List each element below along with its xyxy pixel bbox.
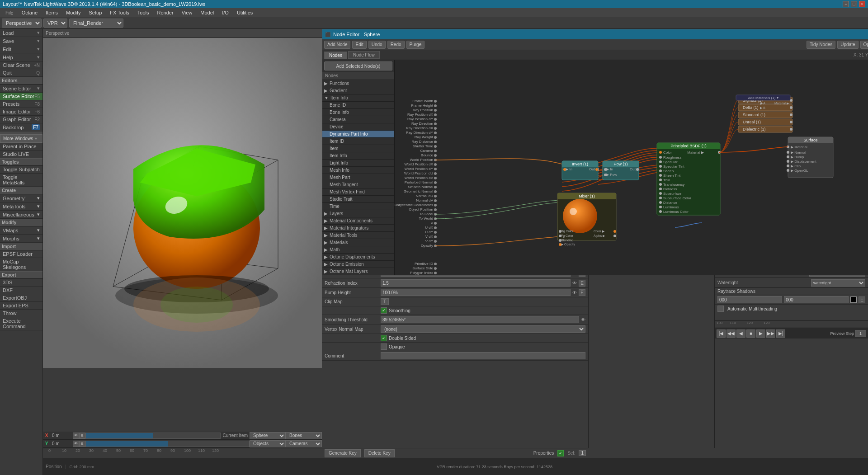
node-item-mesh-part[interactable]: Mesh Part [322, 174, 394, 181]
render-select[interactable]: Final_Render [69, 19, 123, 28]
left-item-parent-in-place[interactable]: Parent in Place [0, 143, 42, 150]
e-shadow[interactable]: E [859, 296, 865, 303]
menu-item-render[interactable]: Render [154, 9, 177, 16]
close-button[interactable]: × [859, 1, 865, 7]
x-e-btn[interactable]: E [79, 433, 85, 439]
left-item-clear-scene[interactable]: Clear Scene +N [0, 61, 42, 69]
left-item-geometry[interactable]: Geometry' ▾ [0, 194, 42, 202]
node-item-studio[interactable]: Studio Trait [322, 196, 394, 203]
auto-multithread-checkbox[interactable] [717, 306, 724, 312]
node-canvas[interactable]: Frame Width Frame Height Ray Position Ra… [395, 60, 868, 275]
menu-item-tools[interactable]: Tools [134, 9, 153, 16]
prop-comment[interactable] [381, 352, 585, 359]
viewport-mode-select[interactable]: Perspective [2, 19, 42, 28]
double-sided-checkbox[interactable]: ✓ [381, 335, 387, 341]
node-item-dynamics[interactable]: Dynamics Part Info [322, 131, 394, 138]
left-item-export-eps[interactable]: Export EPS [0, 302, 42, 310]
menu-item-fx tools[interactable]: FX Tools [106, 9, 133, 16]
watertight-select[interactable]: watertight [811, 279, 865, 287]
go-end-button[interactable]: ▶| [776, 329, 785, 338]
left-item-backdrop[interactable]: Backdrop F7 [0, 123, 42, 132]
tidy-nodes-button[interactable]: Tidy Nodes [807, 41, 835, 49]
left-item-3ds[interactable]: 3DS [0, 279, 42, 287]
node-item-mesh-tangent[interactable]: Mesh Tangent [322, 181, 394, 188]
update-button[interactable]: Update [837, 41, 858, 49]
menu-item-file[interactable]: File [2, 9, 17, 16]
bones-select[interactable]: Bones [286, 432, 322, 439]
viewport-canvas[interactable] [43, 38, 322, 368]
left-item-scene-editor[interactable]: Scene Editor ▾ [0, 85, 42, 93]
x-eye-btn[interactable]: 👁 [73, 433, 79, 439]
node-group-materials[interactable]: ▶Materials [322, 239, 394, 246]
next-frame-button[interactable]: ▶▶ [766, 329, 775, 338]
node-group-octane-mat-layers[interactable]: ▶Octane Mat Layers [322, 268, 394, 275]
node-group-material-tools[interactable]: ▶Material Tools [322, 232, 394, 239]
e-button-2[interactable]: E [579, 280, 585, 287]
left-item-morphs[interactable]: Morphs ▾ [0, 235, 42, 243]
left-item-mocap[interactable]: MoCap Skelegons [0, 258, 42, 271]
left-item-metatools[interactable]: MetaTools ▾ [0, 202, 42, 211]
left-item-throw[interactable]: Throw [0, 310, 42, 317]
node-item-time[interactable]: Time [322, 203, 394, 210]
node-group-octane-emission[interactable]: ▶Octane Emission [322, 261, 394, 268]
node-group-material-components[interactable]: ▶Material Components [322, 217, 394, 225]
left-item-studio-live[interactable]: Studio LIVE [0, 150, 42, 158]
y-eye-btn[interactable]: 👁 [73, 441, 79, 447]
left-item-quit[interactable]: Quit +Q [0, 69, 42, 77]
eye-icon-5[interactable]: 👁 [581, 317, 585, 322]
objects-select[interactable]: Objects [250, 440, 286, 447]
menu-item-modify[interactable]: Modify [62, 9, 84, 16]
left-item-surface-editor[interactable]: Surface Editor F5 [0, 93, 42, 100]
node-item-camera[interactable]: Camera [322, 116, 394, 123]
menu-item-view[interactable]: View [178, 9, 196, 16]
left-item-epsf[interactable]: EPSF Loader [0, 250, 42, 258]
options-button[interactable]: Options [860, 41, 868, 49]
prev-frame-button[interactable]: ◀◀ [726, 329, 736, 338]
node-group-layers[interactable]: ▶Layers [322, 210, 394, 217]
node-item-mesh-info[interactable]: Mesh Info [322, 167, 394, 174]
left-item-presets[interactable]: Presets F8 [0, 100, 42, 108]
menu-item-items[interactable]: Items [42, 9, 61, 16]
prop-bump[interactable] [381, 289, 571, 296]
opaque-checkbox[interactable] [381, 343, 387, 350]
eye-icon-3[interactable]: 👁 [572, 281, 577, 286]
vpr-select[interactable]: VPR [43, 19, 67, 28]
undo-button[interactable]: Undo [368, 41, 386, 49]
stop-button[interactable]: ■ [746, 329, 755, 338]
add-selected-button[interactable]: Add Selected Node(s) [324, 61, 392, 71]
node-item-device[interactable]: Device [322, 123, 394, 131]
purge-button[interactable]: Purge [406, 41, 425, 49]
props-checkmark[interactable]: ✓ [557, 450, 564, 456]
node-item-bone-info[interactable]: Bone Info [322, 109, 394, 116]
left-item-execute[interactable]: Execute Command [0, 317, 42, 330]
e-button-3[interactable]: E [579, 289, 585, 296]
left-item-image-editor[interactable]: Image Editor F6 [0, 108, 42, 116]
menu-item-i/o[interactable]: I/O [218, 9, 232, 16]
node-group-math[interactable]: ▶Math [322, 246, 394, 254]
y-slider[interactable] [85, 441, 250, 447]
left-item-load[interactable]: Load ▾ [0, 29, 42, 37]
play-button[interactable]: ▶ [756, 329, 765, 338]
left-item-miscellaneous[interactable]: Miscellaneous ▾ [0, 211, 42, 219]
node-item-item-id[interactable]: Item ID [322, 138, 394, 145]
left-item-save[interactable]: Save ▾ [0, 37, 42, 45]
left-item-dxf[interactable]: DXF [0, 287, 42, 294]
left-item-toggle-metaballs[interactable]: Toggle MetaBalls [0, 174, 42, 187]
minimize-button[interactable]: − [843, 1, 849, 7]
x-slider[interactable] [85, 433, 221, 439]
prop-smooth-thresh[interactable] [381, 316, 579, 323]
node-item-item[interactable]: Item [322, 145, 394, 152]
go-start-button[interactable]: |◀ [717, 329, 726, 338]
menu-item-octane[interactable]: Octane [18, 9, 41, 16]
tab-node-flow[interactable]: Node Flow [348, 51, 380, 59]
prop-shadow-g[interactable] [784, 296, 849, 303]
current-item-select[interactable]: Sphere [250, 432, 286, 439]
node-item-bone-id[interactable]: Bone ID [322, 102, 394, 109]
maximize-button[interactable]: □ [851, 1, 857, 7]
shadow-color-swatch[interactable] [850, 296, 857, 303]
left-item-help[interactable]: Help ▾ [0, 53, 42, 61]
node-group-functions[interactable]: ▶ Functions [322, 80, 394, 87]
add-node-button[interactable]: Add Node [324, 41, 350, 49]
prop-vertex-normal[interactable]: (none) [381, 325, 585, 333]
node-group-octane-displacements[interactable]: ▶Octane Displacements [322, 254, 394, 261]
